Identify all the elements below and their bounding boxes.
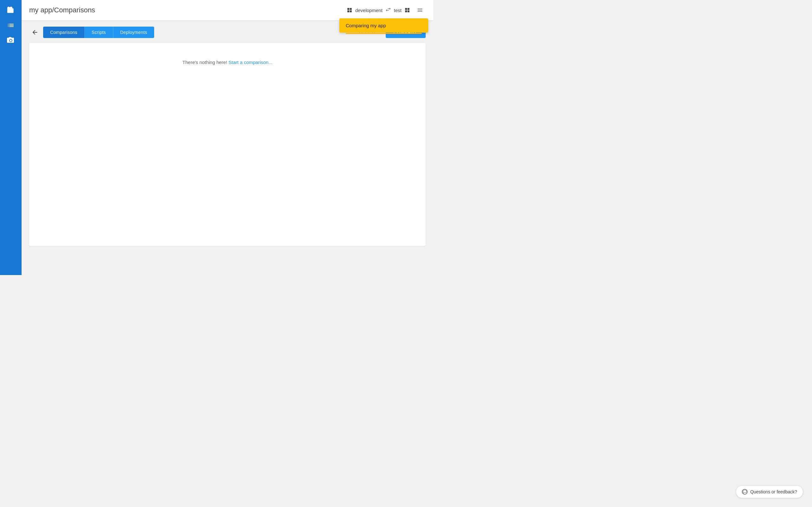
back-button[interactable] [29, 26, 41, 38]
menu-button[interactable] [414, 4, 426, 16]
tab-deployments[interactable]: Deployments [113, 26, 154, 38]
env-right-icon [404, 7, 410, 13]
page-title: my app/Comparisons [29, 6, 346, 14]
env-compare-arrow [385, 6, 392, 14]
env-left-icon [346, 7, 353, 13]
start-comparison-link[interactable]: Start a comparison... [229, 60, 272, 65]
sidebar-item-snapshots[interactable] [4, 34, 17, 47]
sidebar-item-scripts[interactable] [4, 19, 17, 32]
env-right-label: test [394, 8, 402, 13]
header-right: development test [346, 4, 426, 16]
sidebar [0, 0, 21, 275]
empty-state-text: There's nothing here! Start a comparison… [183, 60, 272, 65]
compare-dropdown: Comparing my app [339, 18, 428, 33]
sidebar-item-projects[interactable] [4, 4, 17, 16]
tabs: Comparisons Scripts Deployments [43, 26, 354, 38]
env-left-label: development [355, 8, 383, 13]
tab-scripts[interactable]: Scripts [85, 26, 113, 38]
tab-comparisons[interactable]: Comparisons [43, 26, 85, 38]
content-area: Comparisons Scripts Deployments DELETE C… [21, 20, 433, 275]
comparisons-panel: There's nothing here! Start a comparison… [29, 43, 426, 246]
env-selector[interactable]: development test [346, 6, 410, 14]
compare-dropdown-text: Comparing my app [346, 23, 386, 28]
main-content: my app/Comparisons development test [21, 0, 433, 275]
header: my app/Comparisons development test [21, 0, 433, 20]
